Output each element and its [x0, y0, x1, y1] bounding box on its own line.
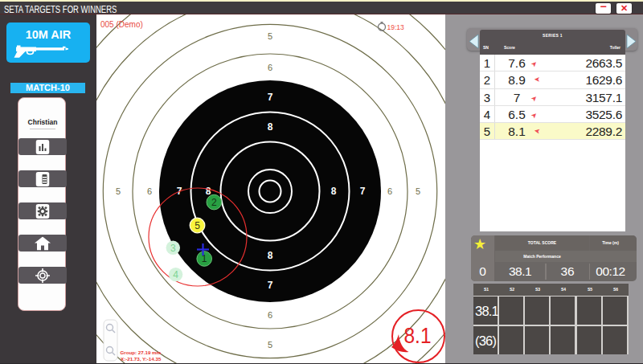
svg-text:X:-21.73, Y:-14.35: X:-21.73, Y:-14.35	[121, 356, 162, 362]
svg-text:3: 3	[170, 243, 176, 254]
svg-text:6: 6	[268, 310, 272, 320]
svg-text:5: 5	[268, 31, 272, 41]
svg-text:Group: 27.19 mm: Group: 27.19 mm	[121, 350, 162, 355]
svg-text:5: 5	[116, 186, 121, 196]
svg-text:5: 5	[268, 340, 272, 350]
svg-text:5: 5	[195, 220, 200, 231]
svg-text:8: 8	[206, 186, 211, 197]
svg-text:7: 7	[268, 92, 273, 103]
svg-text:6: 6	[147, 186, 152, 196]
svg-text:005 (Demo): 005 (Demo)	[100, 20, 143, 29]
svg-text:8: 8	[268, 121, 273, 133]
svg-text:5: 5	[416, 186, 420, 196]
svg-text:4: 4	[173, 269, 178, 280]
svg-text:19:13: 19:13	[387, 23, 405, 31]
svg-text:2: 2	[211, 197, 217, 208]
svg-text:8: 8	[331, 186, 337, 197]
svg-text:7: 7	[360, 186, 366, 197]
svg-text:7: 7	[268, 280, 273, 291]
svg-text:6: 6	[268, 63, 272, 72]
svg-text:6: 6	[387, 186, 392, 196]
svg-text:8: 8	[268, 250, 273, 261]
svg-text:8.1: 8.1	[404, 322, 432, 348]
